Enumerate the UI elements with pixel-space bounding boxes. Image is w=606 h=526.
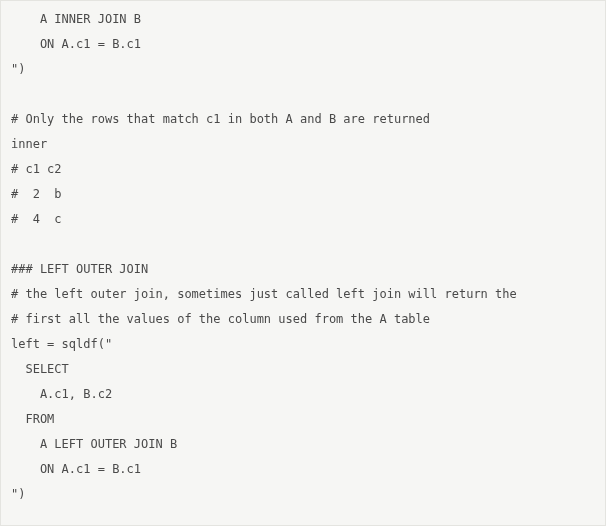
code-content: A INNER JOIN B ON A.c1 = B.c1 ") # Only … bbox=[11, 12, 517, 526]
code-listing: A INNER JOIN B ON A.c1 = B.c1 ") # Only … bbox=[0, 0, 606, 526]
